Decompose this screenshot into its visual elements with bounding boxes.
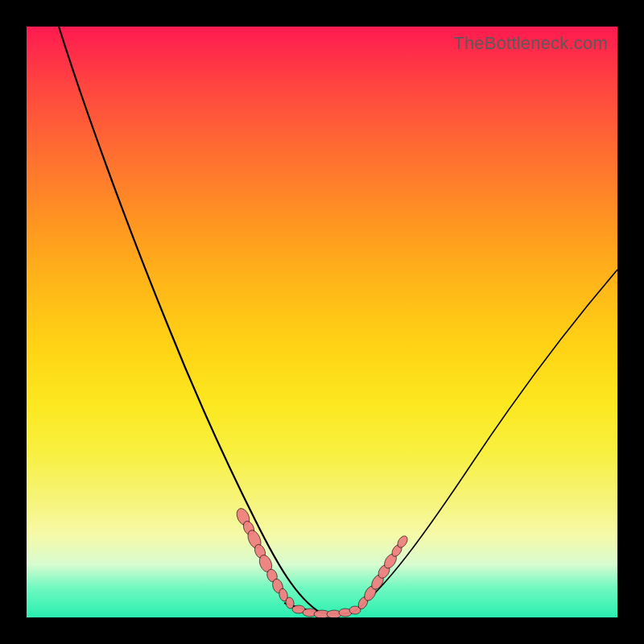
plot-area: TheBottleneck.com <box>27 27 617 617</box>
bottleneck-curve-left <box>59 27 320 613</box>
curve-svg <box>27 27 617 617</box>
chart-frame: TheBottleneck.com <box>0 0 644 644</box>
